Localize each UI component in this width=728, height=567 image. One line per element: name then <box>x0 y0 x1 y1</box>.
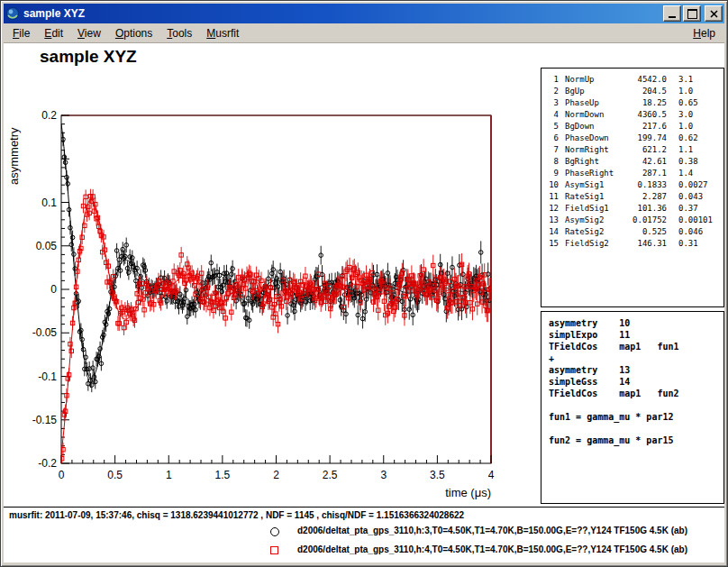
menu-help[interactable]: Help <box>686 24 723 42</box>
param-row: 11RateSig12.2870.043 <box>541 191 723 203</box>
menu-file[interactable]: File <box>5 24 37 42</box>
window-controls <box>663 5 723 22</box>
x-tick-label: 3 <box>380 469 387 481</box>
param-row: 1NormUp4542.03.1 <box>541 74 723 86</box>
theory-line: TFieldCos map1 fun1 <box>549 341 716 352</box>
x-tick-label: 1.5 <box>215 469 231 481</box>
x-tick-label: 4 <box>488 469 495 481</box>
param-row: 10AsymSig10.18330.0027 <box>541 179 723 191</box>
param-row: 7NormRight621.21.1 <box>541 144 723 156</box>
plot-area[interactable]: 00.511.522.533.540.20.10.050-0.05-0.1-0.… <box>4 43 517 505</box>
param-row: 8BgRight42.610.38 <box>541 156 723 168</box>
minimize-icon <box>669 9 676 18</box>
param-row: 2BgUp204.51.0 <box>541 86 723 97</box>
data-series-h4-down <box>59 189 492 466</box>
theory-curve-h3-up <box>61 123 491 379</box>
legend-label: d2006/deltat_pta_gps_3110,h:4,T0=4.50K,T… <box>297 544 687 554</box>
param-row: 14RateSig20.5250.046 <box>541 226 723 238</box>
theory-line: asymmetry 10 <box>549 317 716 329</box>
close-button[interactable] <box>705 5 723 22</box>
x-axis-title: time (μs) <box>445 486 491 499</box>
menu-items: FileEditViewOptionsToolsMusrfit <box>5 24 246 42</box>
maximize-button[interactable] <box>683 5 701 22</box>
root-canvas[interactable]: sample XYZ 00.511.522.533.540.20.10.050-… <box>4 43 724 562</box>
close-icon <box>710 10 718 18</box>
y-tick-label: 0.1 <box>41 197 57 209</box>
app-icon[interactable] <box>5 6 20 21</box>
param-row: 13AsymSig20.017520.00101 <box>541 215 723 226</box>
y-tick-label: 0.05 <box>36 240 58 252</box>
param-row: 12FieldSig1101.360.37 <box>541 203 723 215</box>
menu-view[interactable]: View <box>70 24 108 42</box>
menu-edit[interactable]: Edit <box>37 24 70 42</box>
theory-line: asymmetry 13 <box>549 364 716 376</box>
theory-line: simpleGss 14 <box>549 376 716 388</box>
param-row: 6PhaseDown199.740.62 <box>541 133 723 144</box>
param-row: 15FieldSig2146.310.31 <box>541 238 723 250</box>
param-row: 9PhaseRight287.11.4 <box>541 168 723 179</box>
app-window: sample XYZ FileEditViewOptionsToolsMusrf… <box>0 0 728 567</box>
footer-divider <box>4 507 724 508</box>
maximize-icon <box>687 9 697 19</box>
menu-musrfit[interactable]: Musrfit <box>199 24 246 42</box>
parameter-box: 1NormUp4542.03.12BgUp204.51.03PhaseUp18.… <box>541 68 724 307</box>
theory-line <box>549 399 716 411</box>
data-series-h3-up <box>59 102 492 392</box>
x-tick-label: 1 <box>166 469 172 481</box>
menu-tools[interactable]: Tools <box>159 24 199 42</box>
fit-info-line: musrfit: 2011-07-09, 15:37:46, chisq = 1… <box>9 510 464 520</box>
menu-options[interactable]: Options <box>108 24 159 42</box>
y-tick-label: -0.15 <box>32 414 58 426</box>
theory-line: fun1 = gamma_mu * par12 <box>549 411 716 423</box>
y-tick-label: -0.05 <box>32 326 58 339</box>
legend-label: d2006/deltat_pta_gps_3110,h:3,T0=4.50K,T… <box>297 526 687 535</box>
minimize-button[interactable] <box>663 5 681 22</box>
theory-line: + <box>549 352 716 364</box>
param-row: 4NormDown4360.53.0 <box>541 109 723 121</box>
y-tick-label: -0.1 <box>38 370 57 383</box>
theory-line <box>549 423 716 434</box>
theory-line: TFieldCos map1 fun2 <box>549 388 716 399</box>
app-icon-image <box>6 7 19 20</box>
window-title: sample XYZ <box>23 7 663 20</box>
param-row: 3PhaseUp18.250.65 <box>541 97 723 109</box>
circle-marker-icon <box>270 527 279 536</box>
y-tick-label: 0 <box>50 283 57 296</box>
square-marker-icon <box>270 546 278 554</box>
theory-line: simplExpo 11 <box>549 329 716 341</box>
x-tick-label: 0.5 <box>107 469 123 481</box>
theory-box: asymmetry 10simplExpo 11TFieldCos map1 f… <box>541 311 724 504</box>
y-axis-title: asymmetry <box>7 127 21 185</box>
legend-entry: d2006/deltat_pta_gps_3110,h:4,T0=4.50K,T… <box>4 544 724 558</box>
x-tick-label: 0 <box>59 469 65 481</box>
x-tick-label: 2 <box>273 469 279 481</box>
title-bar[interactable]: sample XYZ <box>4 4 724 23</box>
menu-bar: FileEditViewOptionsToolsMusrfit Help <box>4 23 724 43</box>
x-tick-label: 2.5 <box>323 469 338 481</box>
legend-entry: d2006/deltat_pta_gps_3110,h:3,T0=4.50K,T… <box>4 525 724 539</box>
y-tick-label: 0.2 <box>41 109 57 122</box>
theory-line: fun2 = gamma_mu * par15 <box>549 434 716 446</box>
x-tick-label: 3.5 <box>430 469 445 481</box>
y-tick-label: -0.2 <box>38 457 57 470</box>
param-row: 5BgDown217.61.0 <box>541 121 723 133</box>
